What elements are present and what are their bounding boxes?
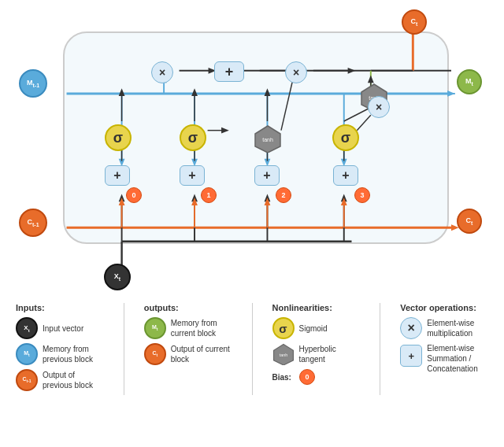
plus-gate-1: + bbox=[180, 165, 205, 186]
multiply-op-0: × bbox=[151, 61, 173, 83]
legend-ct-out-label: Output of current block bbox=[171, 344, 232, 364]
divider-1 bbox=[124, 303, 124, 395]
bias-0: 0 bbox=[126, 187, 142, 203]
divider-2 bbox=[252, 303, 253, 395]
legend-item-summation: + Element-wise Summation / Concatenation bbox=[400, 343, 488, 374]
legend-xt-label: Input vector bbox=[43, 323, 83, 334]
bias-1: 1 bbox=[201, 187, 217, 203]
legend-item-mt: Mt Memory from previous block bbox=[16, 343, 104, 365]
inputs-title: Inputs: bbox=[16, 303, 104, 312]
multiply-op-1: × bbox=[285, 61, 307, 83]
legend-item-ct-out: Ct Output of current block bbox=[144, 343, 232, 365]
add-op-main: + bbox=[214, 61, 244, 82]
C-t-top-node: Ct bbox=[402, 9, 427, 35]
legend-tanh-label: Hyperbolic tangent bbox=[299, 344, 361, 364]
legend-inputs: Inputs: Xt Input vector Mt Memory from p… bbox=[16, 303, 104, 395]
sigma-0: σ bbox=[105, 124, 132, 151]
legend-item-bias: Bias: 0 bbox=[272, 369, 361, 385]
C-prev-node: Ct-1 bbox=[19, 209, 47, 237]
plus-gate-2: + bbox=[254, 165, 280, 186]
vector-ops-title: Vector operations: bbox=[400, 303, 488, 312]
outputs-title: outputs: bbox=[144, 303, 232, 312]
X-t-node: Xt bbox=[104, 264, 131, 290]
M-t-node: Mt bbox=[457, 69, 482, 94]
sigma-3: σ bbox=[332, 124, 359, 151]
legend-mt-out-icon: Mt bbox=[144, 317, 166, 339]
legend-multiply-icon: × bbox=[400, 317, 422, 339]
legend-item-tanh: tanh Hyperbolic tangent bbox=[272, 343, 361, 365]
legend-tanh-icon: tanh bbox=[272, 343, 295, 365]
legend-mt-out-label: Memory from current block bbox=[171, 318, 232, 338]
legend-summation-label: Element-wise Summation / Concatenation bbox=[427, 343, 488, 374]
legend-bias-icon: 0 bbox=[299, 369, 315, 385]
legend-item-xt: Xt Input vector bbox=[16, 317, 104, 339]
legend-multiply-label: Element-wise multiplication bbox=[427, 318, 488, 338]
legend-ct-out-icon: Ct bbox=[144, 343, 166, 365]
legend-ct-icon: Ct-1 bbox=[16, 369, 38, 391]
legend-outputs: outputs: Mt Memory from current block Ct… bbox=[144, 303, 232, 395]
legend-vector-ops: Vector operations: × Element-wise multip… bbox=[400, 303, 488, 395]
sigma-1: σ bbox=[180, 124, 206, 151]
legend-ct-label: Output of previous block bbox=[43, 370, 104, 390]
legend-item-multiply: × Element-wise multiplication bbox=[400, 317, 488, 339]
legend-sigmoid-label: Sigmoid bbox=[299, 323, 328, 334]
divider-3 bbox=[380, 303, 380, 395]
diagram-area: Mt-1 Ct-1 Xt Mt Ct Ct × + × tanh × σ σ bbox=[16, 8, 488, 291]
legend-xt-icon: Xt bbox=[16, 317, 38, 339]
nonlinearities-title: Nonlinearities: bbox=[272, 303, 361, 312]
legend-summation-icon: + bbox=[400, 345, 422, 367]
legend-mt-label: Memory from previous block bbox=[43, 344, 104, 364]
tanh-gate-2: tanh bbox=[254, 124, 282, 153]
svg-text:tanh: tanh bbox=[279, 353, 287, 357]
bias-3: 3 bbox=[354, 187, 370, 203]
M-prev-node: Mt-1 bbox=[19, 69, 47, 98]
legend-nonlinearities: Nonlinearities: σ Sigmoid tanh Hyperboli… bbox=[272, 303, 361, 395]
legend-mt-icon: Mt bbox=[16, 343, 38, 365]
C-t-right-node: Ct bbox=[457, 209, 482, 234]
legend-bias-prefix: Bias: bbox=[272, 372, 291, 382]
svg-text:tanh: tanh bbox=[262, 137, 273, 142]
plus-gate-3: + bbox=[333, 165, 358, 186]
legend-item-ct: Ct-1 Output of previous block bbox=[16, 369, 104, 391]
plus-gate-0: + bbox=[105, 165, 130, 186]
bias-2: 2 bbox=[276, 187, 291, 203]
legend-item-sigmoid: σ Sigmoid bbox=[272, 317, 361, 339]
legend-item-mt-out: Mt Memory from current block bbox=[144, 317, 232, 339]
legend: Inputs: Xt Input vector Mt Memory from p… bbox=[16, 303, 488, 395]
multiply-op-output: × bbox=[368, 96, 390, 118]
legend-sigma-icon: σ bbox=[272, 317, 295, 339]
